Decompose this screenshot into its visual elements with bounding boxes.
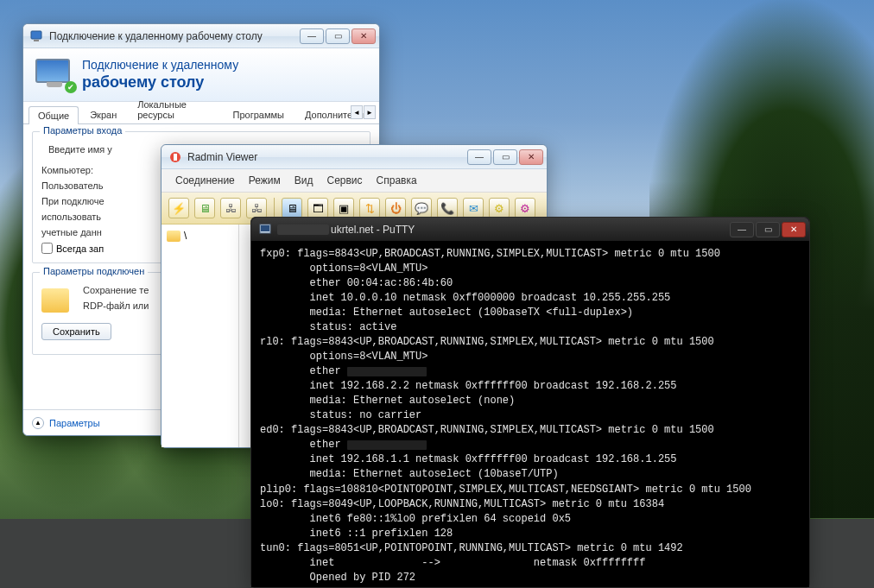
- term-line: media: Ethernet autoselect (10baseT/UTP): [260, 468, 559, 480]
- term-line: options=8<VLAN_MTU>: [260, 351, 428, 363]
- close-button[interactable]: ✕: [352, 28, 376, 44]
- tree-root-item[interactable]: \: [167, 230, 233, 242]
- maximize-button[interactable]: ▭: [493, 149, 517, 165]
- term-line: rl0: flags=8843<UP,BROADCAST,RUNNING,SIM…: [260, 336, 714, 348]
- putty-window: ukrtel.net - PuTTY ― ▭ ✕ fxp0: flags=884…: [250, 217, 810, 588]
- radmin-menubar: Соединение Режим Вид Сервис Справка: [162, 169, 547, 193]
- conn-line1: Сохранение те: [83, 285, 149, 295]
- login-hint: Введите имя у: [48, 144, 112, 155]
- term-line: inet 192.168.1.1 netmask 0xffffff00 broa…: [260, 453, 676, 465]
- filetransfer-icon[interactable]: ⇅: [359, 198, 380, 218]
- label-user: Пользователь: [41, 180, 109, 191]
- minimize-button[interactable]: ―: [467, 149, 491, 165]
- term-line: inet 10.0.0.10 netmask 0xff000000 broadc…: [260, 292, 670, 304]
- connection-group-legend: Параметры подключен: [40, 266, 148, 276]
- folder-icon: [41, 288, 69, 313]
- putty-titlebar[interactable]: ukrtel.net - PuTTY ― ▭ ✕: [251, 218, 809, 242]
- voice-icon[interactable]: 📞: [437, 198, 458, 218]
- term-line: localhost#: [260, 586, 328, 587]
- close-button[interactable]: ✕: [519, 149, 543, 165]
- tree-root-label: \: [184, 230, 187, 242]
- message-icon[interactable]: ✉: [463, 198, 484, 218]
- term-line: status: active: [260, 321, 396, 333]
- term-line: inet6 ::1 prefixlen 128: [260, 528, 453, 540]
- fullcontrol-icon[interactable]: 🖥: [282, 198, 302, 218]
- term-line: ether 00:04:ac:86:4b:60: [260, 277, 453, 289]
- monitor-icon: ✔: [35, 59, 73, 92]
- radmin-tree[interactable]: \: [162, 224, 239, 447]
- tab-local-resources[interactable]: Локальные ресурсы: [128, 95, 221, 123]
- tab-screen[interactable]: Экран: [80, 105, 126, 123]
- tab-scroll-left[interactable]: ◄: [351, 105, 363, 119]
- options-icon[interactable]: ⚙: [515, 198, 535, 218]
- radmin-app-icon: [168, 150, 182, 164]
- close-button[interactable]: ✕: [782, 222, 806, 237]
- chat-icon[interactable]: 💬: [411, 198, 432, 218]
- svg-rect-5: [261, 225, 269, 231]
- shutdown-icon[interactable]: ⏻: [385, 198, 406, 218]
- scan2-icon[interactable]: 🖧: [246, 198, 267, 218]
- always-checkbox-input[interactable]: [41, 243, 53, 254]
- label-computer: Компьютер:: [41, 165, 109, 175]
- redacted-mac: [347, 440, 427, 450]
- term-line: Opened by PID 272: [260, 572, 415, 584]
- menu-help[interactable]: Справка: [371, 173, 422, 188]
- rdp-app-icon: [30, 29, 44, 43]
- term-line: status: no carrier: [260, 409, 421, 421]
- viewonly-icon[interactable]: 🗔: [307, 198, 328, 218]
- banner-line2: рабочему столу: [82, 73, 238, 92]
- svg-rect-3: [174, 154, 177, 161]
- connect-icon[interactable]: ⚡: [168, 198, 189, 218]
- save-button[interactable]: Сохранить: [41, 323, 111, 340]
- terminal-icon[interactable]: ▣: [333, 198, 354, 218]
- params-link[interactable]: Параметры: [49, 418, 100, 428]
- folder-icon: [167, 231, 180, 242]
- rdp-tabs: Общие Экран Локальные ресурсы Программы …: [23, 102, 379, 124]
- term-line: ether: [260, 365, 347, 377]
- putty-host-redacted: [277, 224, 329, 235]
- rdp-window-title: Подключение к удаленному рабочему столу: [49, 30, 263, 42]
- term-line: plip0: flags=108810<POINTOPOINT,SIMPLEX,…: [260, 484, 751, 496]
- conn-line2: RDP-файл или: [83, 300, 149, 311]
- term-line: inet 192.168.2.2 netmask 0xffffff00 broa…: [260, 380, 676, 392]
- banner-line1: Подключение к удаленному: [82, 58, 238, 73]
- terminal-output[interactable]: fxp0: flags=8843<UP,BROADCAST,RUNNING,SI…: [251, 242, 809, 587]
- term-line: lo0: flags=8049<UP,LOOPBACK,RUNNING,MULT…: [260, 498, 664, 510]
- term-line: fxp0: flags=8843<UP,BROADCAST,RUNNING,SI…: [260, 248, 720, 260]
- menu-mode[interactable]: Режим: [244, 173, 286, 188]
- term-line: options=8<VLAN_MTU>: [260, 262, 428, 275]
- rdp-banner: ✔ Подключение к удаленному рабочему стол…: [23, 48, 379, 102]
- menu-view[interactable]: Вид: [289, 173, 319, 188]
- term-line: inet --> netmask 0xffffffff: [260, 557, 645, 569]
- term-line: ed0: flags=8843<UP,BROADCAST,RUNNING,SIM…: [260, 424, 714, 436]
- menu-connection[interactable]: Соединение: [170, 173, 240, 188]
- tab-programs[interactable]: Программы: [224, 105, 294, 123]
- term-line: media: Ethernet autoselect (none): [260, 395, 515, 407]
- svg-rect-1: [34, 40, 39, 41]
- term-line: ether: [260, 439, 347, 451]
- rdp-titlebar[interactable]: Подключение к удаленному рабочему столу …: [23, 24, 379, 48]
- menu-service[interactable]: Сервис: [321, 173, 367, 188]
- radmin-window-title: Radmin Viewer: [187, 151, 257, 163]
- term-line: inet6 fe80::1%lo0 prefixlen 64 scopeid 0…: [260, 513, 571, 525]
- minimize-button[interactable]: ―: [730, 222, 754, 237]
- putty-app-icon: [258, 223, 272, 237]
- svg-rect-0: [31, 31, 41, 39]
- radmin-titlebar[interactable]: Radmin Viewer ― ▭ ✕: [162, 145, 547, 169]
- term-line: tun0: flags=8051<UP,POINTOPOINT,RUNNING,…: [260, 542, 683, 554]
- maximize-button[interactable]: ▭: [756, 222, 780, 237]
- always-checkbox-label: Всегда зап: [56, 243, 104, 254]
- expand-icon[interactable]: ▲: [32, 417, 44, 429]
- tab-general[interactable]: Общие: [28, 106, 79, 124]
- minimize-button[interactable]: ―: [300, 28, 324, 44]
- scan-icon[interactable]: 🖧: [220, 198, 241, 218]
- add-pc-icon[interactable]: 🖥: [194, 198, 215, 218]
- settings-icon[interactable]: ⚙: [489, 198, 510, 218]
- redacted-mac: [347, 367, 427, 376]
- maximize-button[interactable]: ▭: [326, 28, 350, 44]
- tab-scroll-right[interactable]: ►: [364, 105, 376, 119]
- login-group-legend: Параметры входа: [40, 125, 125, 136]
- term-line: media: Ethernet autoselect (100baseTX <f…: [260, 307, 633, 319]
- putty-title-suffix: ukrtel.net - PuTTY: [331, 224, 415, 236]
